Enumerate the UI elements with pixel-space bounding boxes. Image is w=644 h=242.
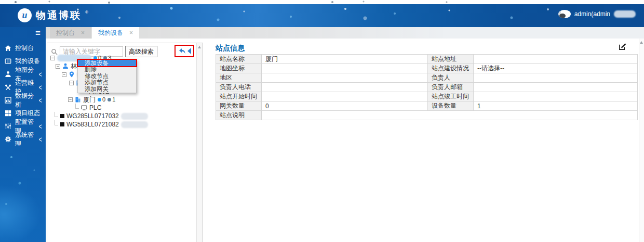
tree-scrollbar[interactable] <box>196 43 203 242</box>
expander-icon[interactable]: − <box>56 64 60 69</box>
field-label: 负责人邮箱 <box>428 83 474 92</box>
context-menu-item-delete[interactable]: 删除 <box>78 66 136 72</box>
gear-icon <box>5 136 11 143</box>
close-icon[interactable]: × <box>81 30 85 36</box>
tab-bar: 控制台 × 我的设备 × <box>46 27 644 39</box>
sidebar-item-system[interactable]: 系统管理 < <box>0 133 46 146</box>
expander-icon[interactable]: − <box>69 81 74 85</box>
undo-arrow-icon[interactable] <box>178 48 186 55</box>
app-header: u 物通博联 ® admin(admin <box>0 4 644 27</box>
tools-icon <box>5 84 11 91</box>
page-top-strip <box>0 0 644 4</box>
sidebar-item-label: 控制台 <box>15 44 34 53</box>
collapse-panel-icon[interactable] <box>187 48 191 54</box>
user-avatar-icon <box>558 10 571 18</box>
field-value-construction-select[interactable]: --请选择-- <box>474 64 638 73</box>
sidebar-item-console[interactable]: 控制台 <box>0 42 46 55</box>
brand-name: 物通博联 <box>36 9 82 22</box>
field-value-start-time[interactable] <box>262 92 428 101</box>
tab-my-devices[interactable]: 我的设备 × <box>92 27 139 39</box>
scroll-up-icon[interactable] <box>640 41 643 44</box>
sidebar-top: ≡ <box>0 27 46 39</box>
tree-node-xiamen[interactable]: − 厦门 0 1 <box>48 95 195 104</box>
field-label: 负责人电话 <box>216 83 262 92</box>
annotation-red-box-tools <box>175 45 194 57</box>
field-label: 站点竣工时间 <box>428 92 474 101</box>
expander-icon[interactable]: − <box>68 97 73 102</box>
chevron-left-icon: < <box>39 83 42 92</box>
tree-node-label: WG285LL0717032 <box>66 112 119 120</box>
tree-node-plc[interactable]: PLC <box>48 104 195 112</box>
field-value-owner-phone[interactable] <box>262 83 428 92</box>
table-row: 地区 负责人 <box>216 73 638 83</box>
tree-context-menu: 添加设备 删除 修改节点 添加节点 添加网关 <box>77 59 137 93</box>
context-menu-item-add-gateway[interactable]: 添加网关 <box>78 86 136 92</box>
field-value-device-count[interactable]: 1 <box>474 101 638 111</box>
grid-icon <box>5 110 11 117</box>
map-pin-icon <box>69 71 75 78</box>
field-value-owner-email[interactable] <box>474 83 638 92</box>
user-icon <box>62 63 69 69</box>
field-value-site-address[interactable] <box>474 55 638 64</box>
expander-icon[interactable]: − <box>50 56 55 60</box>
gateway-icon <box>60 114 64 118</box>
building-icon <box>75 96 81 103</box>
field-value-site-note[interactable] <box>262 111 638 120</box>
field-value-gateway-count[interactable]: 0 <box>262 101 428 111</box>
monitor-icon <box>81 105 87 111</box>
badge-count: 0 <box>102 96 105 103</box>
badge-count: 1 <box>112 96 115 103</box>
site-info-table: 站点名称 厦门 站点地址 地图坐标 站点建设情况 --请选择-- 地区 负责人 … <box>216 54 638 120</box>
tree-node-label: PLC <box>89 104 101 111</box>
person-pin-icon <box>5 71 11 78</box>
field-label: 地区 <box>216 73 262 83</box>
tree-node-gateway-wg285[interactable]: WG285LL0717032 <box>48 112 195 120</box>
context-menu-item-add-node[interactable]: 添加节点 <box>78 79 136 85</box>
edit-pencil-icon <box>619 43 626 50</box>
tab-label: 我的设备 <box>98 29 123 37</box>
sidebar-item-analytics[interactable]: 数据分析 < <box>0 94 46 107</box>
context-menu-item-edit-node[interactable]: 修改节点 <box>78 73 136 79</box>
close-icon[interactable]: × <box>129 30 133 36</box>
field-value-site-name[interactable]: 厦门 <box>262 55 428 64</box>
tree-connector <box>75 104 79 109</box>
expander-icon[interactable]: − <box>62 72 66 77</box>
trademark-symbol: ® <box>85 10 88 15</box>
gateway-icon <box>60 122 64 126</box>
chevron-left-icon: < <box>39 70 42 79</box>
tab-console[interactable]: 控制台 × <box>50 27 91 39</box>
user-menu[interactable]: admin(admin <box>558 10 636 18</box>
edit-button[interactable] <box>619 43 626 53</box>
field-value-region[interactable] <box>262 73 428 83</box>
sidebar-nav: ≡ 控制台 我的设备 地图分布 < 运营维护 < 数据分析 < 项目组态 <box>0 27 46 242</box>
home-icon <box>5 45 11 52</box>
badge-dot-blue <box>98 98 101 101</box>
sidebar-item-label: 数据分析 <box>15 92 35 109</box>
tree-connector <box>55 120 58 125</box>
tab-label: 控制台 <box>56 29 75 37</box>
field-value-map-coords[interactable] <box>262 64 428 73</box>
chart-icon <box>5 97 11 104</box>
page-scrollbar[interactable] <box>639 39 644 242</box>
hamburger-icon[interactable]: ≡ <box>35 29 41 37</box>
brand-logo: u 物通博联 ® <box>18 8 89 22</box>
user-name: admin(admin <box>574 10 610 18</box>
tree-connector <box>55 112 58 117</box>
field-label: 负责人 <box>428 73 474 83</box>
table-row: 地图坐标 站点建设情况 --请选择-- <box>216 64 638 73</box>
context-menu-item-add-device[interactable]: 添加设备 <box>78 60 136 66</box>
device-tree-panel: 高级搜索 − 0 3 − 林 − − 0 <box>47 43 203 242</box>
sidebar-item-label: 我的设备 <box>15 57 40 66</box>
tree-node-gateway-wg583[interactable]: WG583LL0721082 <box>48 120 195 129</box>
tree-node-label: WG583LL0721082 <box>66 121 119 128</box>
redacted-user-text <box>614 10 636 18</box>
tree-node-label: 厦门 <box>83 95 96 104</box>
sliders-icon <box>5 123 11 130</box>
chevron-left-icon: < <box>39 122 42 131</box>
field-value-owner[interactable] <box>474 73 638 83</box>
scroll-up-icon[interactable] <box>198 46 201 48</box>
field-value-finish-time[interactable] <box>474 92 638 101</box>
table-row: 网关数量 0 设备数量 1 <box>216 101 638 111</box>
field-label: 设备数量 <box>428 101 474 111</box>
field-label: 地图坐标 <box>216 64 262 73</box>
